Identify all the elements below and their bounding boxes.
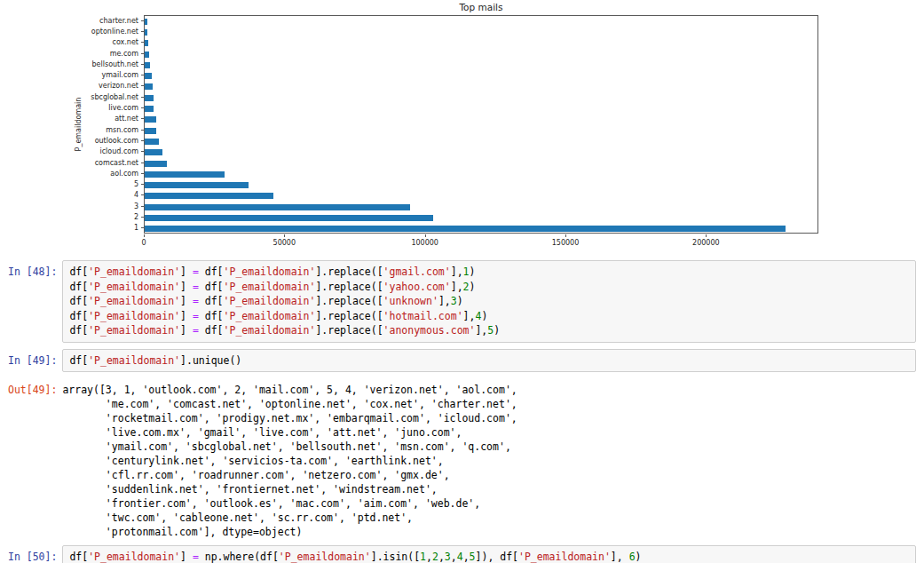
jupyter-notebook-page: { "chart_data": { "type": "bar", "orient…: [0, 0, 924, 563]
y-tick-label: icloud.com: [0, 147, 138, 156]
y-tick-label: comcast.net: [0, 158, 138, 168]
code-text[interactable]: df['P_emaildomain'] = np.where(df['P_ema…: [69, 550, 909, 563]
y-tick-mark: [141, 118, 144, 119]
bar-bellsouth.net: [145, 62, 150, 68]
bar-ymail.com: [145, 73, 152, 79]
plot-area: [144, 15, 818, 234]
y-tick-mark: [141, 217, 144, 218]
code-editor[interactable]: df['P_emaildomain'] = df['P_emaildomain'…: [62, 260, 916, 343]
y-tick-label: cox.net: [0, 37, 138, 47]
bar-live.com: [145, 106, 154, 112]
y-tick-label: me.com: [0, 49, 138, 59]
x-tick-label: 150000: [552, 239, 580, 247]
output-text: array([3, 1, 'outlook.com', 2, 'mail.com…: [62, 383, 916, 539]
y-tick-label: att.net: [0, 114, 138, 123]
y-tick-mark: [141, 206, 144, 207]
x-tick-label: 100000: [411, 239, 438, 247]
y-tick-mark: [141, 31, 144, 32]
y-tick-mark: [141, 130, 144, 131]
y-tick-label: ymail.com: [0, 70, 138, 80]
y-tick-label: outlook.com: [0, 136, 138, 146]
y-tick-labels: charter.netoptonline.netcox.netme.combel…: [0, 15, 138, 234]
bar-comcast.net: [145, 161, 167, 167]
y-tick-mark: [141, 107, 144, 108]
x-tick-mark: [284, 234, 285, 237]
code-editor[interactable]: df['P_emaildomain'] = np.where(df['P_ema…: [62, 545, 916, 563]
y-tick-label: 1: [0, 223, 138, 233]
y-tick-label: msn.com: [0, 125, 138, 135]
y-tick-label: bellsouth.net: [0, 59, 138, 69]
y-tick-label: sbcglobal.net: [0, 92, 138, 102]
cell-output-area: array([3, 1, 'outlook.com', 2, 'mail.com…: [62, 378, 916, 539]
y-tick-label: 4: [0, 190, 138, 200]
code-editor[interactable]: df['P_emaildomain'].unique(): [62, 349, 916, 373]
y-tick-mark: [141, 184, 144, 185]
y-tick-label: aol.com: [0, 169, 138, 178]
chart-title: Top mails: [144, 2, 818, 12]
bar-5: [145, 182, 249, 188]
bar-3: [145, 204, 410, 210]
input-prompt: In [50]:: [0, 545, 57, 563]
bar-aol.com: [145, 171, 225, 178]
y-tick-label: live.com: [0, 103, 138, 113]
cell-49-code-input: In [49]:df['P_emaildomain'].unique(): [0, 349, 916, 373]
y-tick-mark: [141, 53, 144, 54]
y-tick-label: charter.net: [0, 16, 138, 26]
notebook-cells: In [48]:df['P_emaildomain'] = df['P_emai…: [0, 255, 924, 563]
x-tick-mark: [706, 234, 707, 237]
y-tick-mark: [141, 227, 144, 228]
x-tick-label: 0: [141, 239, 146, 247]
y-tick-label: 3: [0, 202, 138, 211]
bar-msn.com: [145, 128, 156, 134]
y-tick-mark: [141, 194, 144, 195]
output-prompt: Out[49]:: [0, 378, 57, 398]
x-tick-label: 200000: [692, 239, 720, 247]
code-text[interactable]: df['P_emaildomain'] = df['P_emaildomain'…: [69, 265, 909, 338]
bar-optonline.net: [145, 29, 147, 36]
x-tick-mark: [565, 234, 566, 237]
y-tick-label: 5: [0, 179, 138, 189]
bar-2: [145, 215, 433, 221]
bar-icloud.com: [145, 149, 162, 155]
bar-sbcglobal.net: [145, 95, 154, 101]
bar-me.com: [145, 52, 149, 58]
y-tick-mark: [141, 163, 144, 163]
x-tick-mark: [144, 234, 145, 237]
y-tick-mark: [141, 64, 144, 65]
bar-outlook.com: [145, 139, 159, 145]
bar-verizon.net: [145, 83, 153, 90]
y-tick-mark: [141, 75, 144, 75]
input-prompt: In [48]:: [0, 260, 57, 280]
cell-49-code-output: Out[49]:array([3, 1, 'outlook.com', 2, '…: [0, 378, 916, 539]
code-text[interactable]: df['P_emaildomain'].unique(): [69, 353, 909, 369]
y-tick-mark: [141, 151, 144, 152]
bar-att.net: [145, 116, 156, 123]
cell-50-code-input: In [50]:df['P_emaildomain'] = np.where(d…: [0, 545, 916, 563]
bar-4: [145, 193, 273, 199]
x-tick-label: 50000: [273, 239, 296, 247]
y-tick-label: 2: [0, 212, 138, 222]
y-tick-mark: [141, 140, 144, 141]
chart-figure: Top mails P_emaildomain charter.netopton…: [0, 0, 924, 255]
x-tick-mark: [425, 234, 426, 237]
bar-cox.net: [145, 40, 148, 46]
y-tick-mark: [141, 85, 144, 86]
y-tick-label: verizon.net: [0, 81, 138, 91]
y-tick-mark: [141, 97, 144, 98]
bar-charter.net: [145, 19, 147, 25]
y-tick-mark: [141, 42, 144, 43]
y-tick-mark: [141, 173, 144, 174]
input-prompt: In [49]:: [0, 349, 57, 369]
bar-1: [145, 226, 786, 232]
cell-48-code-input: In [48]:df['P_emaildomain'] = df['P_emai…: [0, 260, 916, 343]
y-tick-label: optonline.net: [0, 27, 138, 36]
y-tick-mark: [141, 20, 144, 21]
